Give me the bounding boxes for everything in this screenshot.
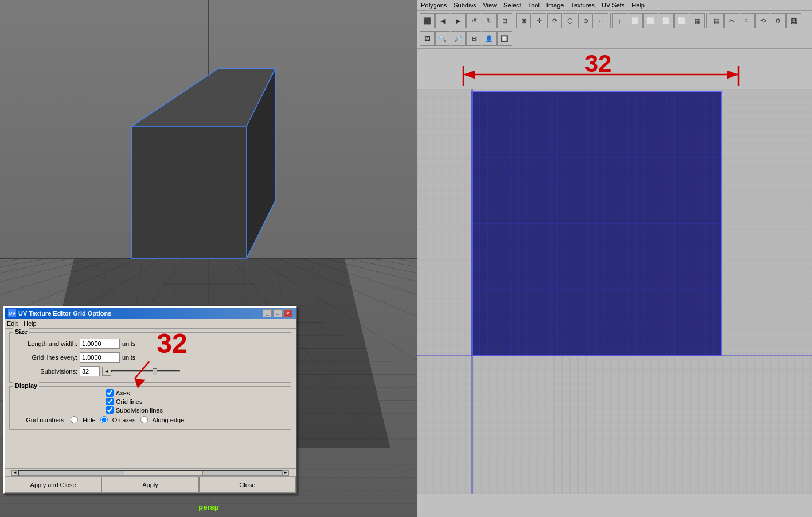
- dialog-scrollbar[interactable]: ◄ ►: [5, 468, 296, 476]
- dialog-size-group: Size Length and width: units Grid lines …: [9, 332, 291, 383]
- dialog-titlebar: UV UV Texture Editor Grid Options _ □ ×: [5, 308, 296, 319]
- toolbar-btn-3[interactable]: ↺: [466, 13, 481, 28]
- length-width-label: Length and width:: [14, 340, 77, 347]
- axes-checkbox[interactable]: [106, 389, 114, 397]
- dialog-title: UV Texture Editor Grid Options: [18, 310, 111, 317]
- dialog-menu-help[interactable]: Help: [24, 320, 37, 327]
- subdivisions-row: Subdivisions: ◄: [14, 366, 286, 376]
- scrollbar-thumb[interactable]: [124, 471, 202, 475]
- uv-menu-item-select[interactable]: Select: [503, 2, 521, 9]
- display-group-label: Display: [13, 382, 39, 389]
- dialog-maximize-button[interactable]: □: [273, 309, 282, 317]
- uv-grid-canvas: [417, 89, 812, 494]
- toolbar-btn-28[interactable]: 👤: [482, 31, 497, 46]
- length-width-input[interactable]: [80, 339, 120, 349]
- grid-numbers-row: Grid numbers: Hide On axes Along edge: [14, 416, 286, 423]
- toolbar-btn-26[interactable]: 🔎: [451, 31, 466, 46]
- subdivisions-slider-track[interactable]: [111, 370, 180, 372]
- toolbar-btn-0[interactable]: ⬛: [420, 13, 435, 28]
- dialog-menu-edit[interactable]: Edit: [7, 320, 18, 327]
- grid-numbers-alongedge-radio[interactable]: [140, 416, 148, 423]
- uv-menu-item-subdivs[interactable]: Subdivs: [454, 2, 476, 9]
- toolbar-btn-13[interactable]: ⬜: [628, 13, 643, 28]
- toolbar-btn-23[interactable]: 🖼: [786, 13, 801, 28]
- toolbar-btn-19[interactable]: ✂: [724, 13, 739, 28]
- toolbar-btn-29[interactable]: 🔲: [497, 31, 512, 46]
- subdivisions-slider-container: ◄: [102, 367, 180, 376]
- toolbar-btn-8[interactable]: ⟳: [547, 13, 562, 28]
- toolbar-separator: [610, 13, 611, 28]
- toolbar-btn-5[interactable]: ⊞: [497, 13, 512, 28]
- grid-lines-row: Grid lines every: units: [14, 352, 286, 363]
- dialog-icon: UV: [8, 309, 16, 317]
- toolbar-btn-20[interactable]: ✁: [740, 13, 755, 28]
- dialog-uv-grid-options: UV UV Texture Editor Grid Options _ □ × …: [3, 306, 297, 494]
- uv-menu-item-view[interactable]: View: [483, 2, 497, 9]
- grid-lines-checkbox-row: Grid lines: [106, 398, 286, 405]
- toolbar-btn-1[interactable]: ◀: [435, 13, 450, 28]
- scroll-right-button[interactable]: ►: [282, 470, 289, 476]
- uv-menu-item-help[interactable]: Help: [631, 2, 645, 9]
- grid-lines-checkbox[interactable]: [106, 398, 114, 405]
- close-button[interactable]: Close: [199, 477, 296, 493]
- dialog-content: Size Length and width: units Grid lines …: [5, 329, 296, 468]
- grid-lines-cb-label: Grid lines: [116, 398, 142, 405]
- subdivisions-label: Subdivisions:: [14, 368, 77, 375]
- grid-numbers-hide-radio[interactable]: [71, 416, 78, 423]
- subdivision-lines-checkbox-row: Subdivision lines: [106, 406, 286, 414]
- dialog-action-buttons: Apply and Close Apply Close: [5, 476, 296, 493]
- scroll-left-button[interactable]: ◄: [11, 470, 18, 476]
- grid-numbers-onaxes-radio[interactable]: [100, 416, 108, 423]
- toolbar-btn-16[interactable]: ⬜: [674, 13, 689, 28]
- apply-and-close-button[interactable]: Apply and Close: [5, 477, 102, 493]
- toolbar-btn-10[interactable]: ⊙: [578, 13, 593, 28]
- toolbar-btn-14[interactable]: ⬜: [643, 13, 658, 28]
- toolbar-btn-15[interactable]: ⬜: [659, 13, 674, 28]
- grid-lines-input[interactable]: [80, 352, 120, 363]
- length-width-row: Length and width: units: [14, 339, 286, 349]
- toolbar-btn-7[interactable]: ✛: [532, 13, 546, 28]
- uv-outer-grid: [417, 89, 812, 494]
- toolbar-btn-24[interactable]: 🖼: [420, 31, 435, 46]
- subdivisions-slider-thumb[interactable]: [153, 368, 157, 375]
- uv-menu-item-textures[interactable]: Textures: [571, 2, 595, 9]
- subdivision-lines-label: Subdivision lines: [116, 407, 163, 414]
- toolbar-btn-17[interactable]: ▦: [690, 13, 705, 28]
- dialog-minimize-button[interactable]: _: [263, 309, 272, 317]
- uv-menu-item-image[interactable]: Image: [546, 2, 564, 9]
- length-width-unit: units: [122, 340, 135, 347]
- toolbar-btn-25[interactable]: 🔍: [435, 31, 450, 46]
- toolbar-btn-6[interactable]: ⊠: [516, 13, 531, 28]
- scrollbar-track[interactable]: [18, 470, 282, 476]
- toolbar-separator: [706, 13, 707, 28]
- viewport-label: persp: [198, 503, 218, 511]
- dialog-close-x-button[interactable]: ×: [283, 309, 292, 317]
- toolbar-btn-2[interactable]: ▶: [451, 13, 466, 28]
- uv-editor-panel: PolygonsSubdivsViewSelectToolImageTextur…: [417, 0, 812, 517]
- grid-lines-label: Grid lines every:: [14, 354, 77, 361]
- subdivision-lines-checkbox[interactable]: [106, 406, 114, 414]
- uv-editor-menubar: PolygonsSubdivsViewSelectToolImageTextur…: [417, 0, 812, 11]
- slider-decrease-button[interactable]: ◄: [102, 367, 111, 376]
- toolbar-btn-27[interactable]: ⊟: [466, 31, 481, 46]
- dialog-window-controls: _ □ ×: [263, 309, 292, 317]
- toolbar-btn-11[interactable]: ↔: [594, 13, 608, 28]
- toolbar-btn-18[interactable]: ▤: [709, 13, 724, 28]
- toolbar-btn-12[interactable]: ↕: [612, 13, 627, 28]
- axes-checkbox-row: Axes: [106, 389, 286, 397]
- uv-editor-canvas-area[interactable]: 32: [417, 49, 812, 517]
- toolbar-btn-9[interactable]: ⬡: [563, 13, 577, 28]
- grid-numbers-hide-label: Hide: [83, 417, 96, 423]
- subdivisions-input[interactable]: [80, 366, 100, 376]
- uv-menu-item-uv sets[interactable]: UV Sets: [602, 2, 624, 9]
- grid-numbers-onaxes-label: On axes: [112, 417, 136, 423]
- uv-menu-item-polygons[interactable]: Polygons: [421, 2, 447, 9]
- uv-editor-toolbar: ⬛◀▶↺↻⊞⊠✛⟳⬡⊙↔↕⬜⬜⬜⬜▦▤✂✁⟲⚙🖼🖼🔍🔎⊟👤🔲: [417, 11, 812, 49]
- toolbar-btn-4[interactable]: ↻: [482, 13, 497, 28]
- toolbar-btn-21[interactable]: ⟲: [755, 13, 770, 28]
- apply-button[interactable]: Apply: [102, 477, 198, 493]
- grid-numbers-label: Grid numbers:: [14, 417, 66, 423]
- svg-text:32: 32: [585, 55, 612, 77]
- toolbar-btn-22[interactable]: ⚙: [771, 13, 786, 28]
- uv-menu-item-tool[interactable]: Tool: [528, 2, 540, 9]
